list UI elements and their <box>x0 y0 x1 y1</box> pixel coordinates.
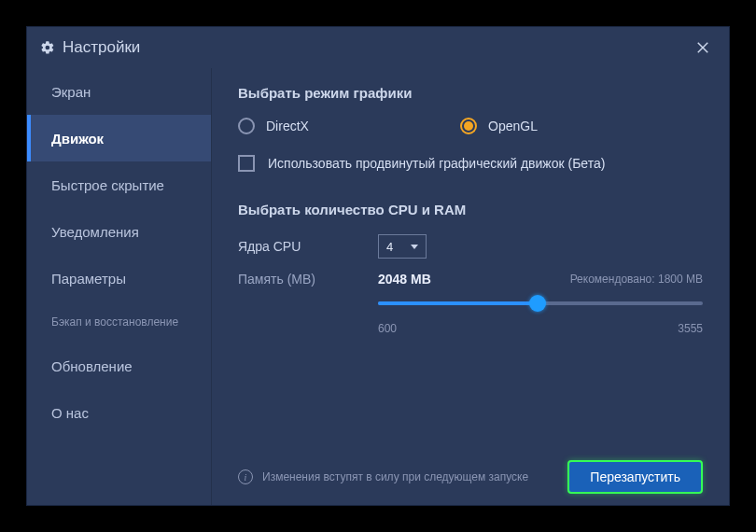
sidebar-item-label: Движок <box>51 131 104 147</box>
sidebar-item-label: Параметры <box>51 271 126 287</box>
slider-min-label: 600 <box>378 322 397 335</box>
sidebar-item-backup[interactable]: Бэкап и восстановление <box>27 301 211 343</box>
radio-opengl[interactable]: OpenGL <box>460 118 538 134</box>
info-icon: i <box>238 469 253 484</box>
sidebar-item-notifications[interactable]: Уведомления <box>27 208 211 255</box>
radio-circle-selected-icon <box>460 118 477 134</box>
sidebar-item-label: Экран <box>51 84 91 100</box>
cpu-cores-select[interactable]: 4 <box>378 234 427 259</box>
sidebar: Экран Движок Быстрое скрытие Уведомления… <box>27 68 212 505</box>
restart-button-label: Перезапустить <box>590 469 680 484</box>
memory-slider[interactable]: 600 3555 <box>378 301 703 335</box>
slider-thumb[interactable] <box>529 295 546 312</box>
gear-icon <box>40 40 55 55</box>
select-value: 4 <box>386 240 393 254</box>
slider-track <box>378 301 703 305</box>
graphics-mode-radio-group: DirectX OpenGL <box>238 118 703 134</box>
sidebar-item-label: Бэкап и восстановление <box>51 315 178 329</box>
memory-label: Память (MB) <box>238 272 378 287</box>
info-text: Изменения вступят в силу при следующем з… <box>262 469 528 485</box>
sidebar-item-label: О нас <box>51 405 89 421</box>
content-panel: Выбрать режим графики DirectX OpenGL Исп… <box>212 68 729 505</box>
sidebar-item-label: Обновление <box>51 358 133 374</box>
titlebar: Настройки <box>27 27 729 68</box>
memory-value: 2048 MB <box>378 272 565 287</box>
restart-button[interactable]: Перезапустить <box>567 460 703 494</box>
slider-max-label: 3555 <box>678 322 703 335</box>
close-button[interactable] <box>690 35 716 61</box>
sidebar-item-label: Быстрое скрытие <box>51 177 164 193</box>
sidebar-item-update[interactable]: Обновление <box>27 343 211 389</box>
sidebar-item-parameters[interactable]: Параметры <box>27 255 211 301</box>
radio-label: DirectX <box>266 119 309 133</box>
footer: i Изменения вступят в силу при следующем… <box>238 460 703 494</box>
cpu-cores-label: Ядра CPU <box>238 239 378 254</box>
graphics-mode-title: Выбрать режим графики <box>238 85 703 101</box>
window-body: Экран Движок Быстрое скрытие Уведомления… <box>27 68 729 505</box>
radio-label: OpenGL <box>488 119 538 133</box>
radio-circle-icon <box>238 118 255 134</box>
advanced-engine-checkbox[interactable]: Использовать продвинутый графический дви… <box>238 155 703 172</box>
settings-window: Настройки Экран Движок Быстрое скрытие У… <box>26 26 730 506</box>
memory-row: Память (MB) 2048 MB Рекомендовано: 1800 … <box>238 272 703 287</box>
cpu-cores-row: Ядра CPU 4 <box>238 234 703 259</box>
sidebar-item-about[interactable]: О нас <box>27 389 211 436</box>
checkbox-label: Использовать продвинутый графический дви… <box>268 156 605 171</box>
cpu-ram-title: Выбрать количество CPU и RAM <box>238 202 703 217</box>
sidebar-item-label: Уведомления <box>51 224 139 240</box>
window-title: Настройки <box>63 38 140 57</box>
slider-fill <box>378 301 538 305</box>
sidebar-item-screen[interactable]: Экран <box>27 68 211 115</box>
caret-down-icon <box>411 245 418 249</box>
memory-recommended: Рекомендовано: 1800 MB <box>570 273 703 286</box>
sidebar-item-engine[interactable]: Движок <box>27 115 211 161</box>
slider-labels: 600 3555 <box>378 322 703 335</box>
sidebar-item-boss-key[interactable]: Быстрое скрытие <box>27 161 211 208</box>
radio-directx[interactable]: DirectX <box>238 118 460 134</box>
checkbox-box-icon <box>238 155 255 172</box>
